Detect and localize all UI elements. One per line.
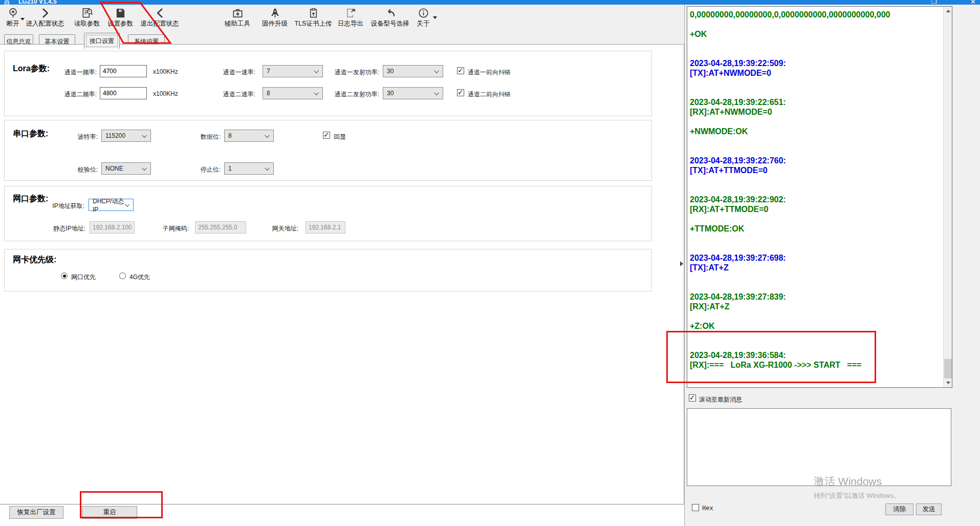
arrow-up-icon [946, 10, 950, 12]
clear-button[interactable]: 清除 [885, 503, 913, 515]
log-line [690, 88, 941, 97]
scroll-down-button[interactable] [944, 378, 952, 387]
ch2-rate-label: 通道二速率: [173, 90, 255, 99]
send-button[interactable]: 发送 [916, 503, 942, 515]
baud-select[interactable]: 115200 [101, 130, 151, 142]
log-line: [RX]:AT+TTMODE=0 [690, 204, 941, 214]
factory-reset-button[interactable]: 恢复出厂设置 [9, 506, 63, 519]
about-icon [418, 7, 429, 19]
scroll-up-button[interactable] [944, 7, 952, 15]
about-button[interactable]: 关于 [415, 6, 432, 29]
log-line [690, 234, 941, 243]
ch1-power-label: 通道一发射功率: [281, 68, 379, 77]
log-line: [TX]:AT+NWMODE=0 [690, 68, 941, 78]
chevron-down-icon [265, 133, 270, 138]
send-label: 发送 [923, 505, 935, 514]
log-export-button[interactable]: 日志导出 [336, 6, 365, 29]
log-line [690, 331, 941, 341]
ch2-power-label: 通道二发射功率: [281, 90, 379, 99]
tls-cert-upload-button[interactable]: TLS证书上传 [293, 6, 334, 29]
4g-priority-radio[interactable] [119, 272, 126, 279]
ip-mode-select[interactable]: DHCP/动态IP [89, 199, 134, 211]
panel-splitter-arrow[interactable] [680, 261, 683, 266]
toolbar-item-label: 固件升级 [262, 19, 288, 28]
log-line: 2023-04-28,19:39:22:760: [690, 156, 941, 165]
ch1-rate-value: 7 [267, 68, 270, 75]
log-scrollbar[interactable] [943, 7, 952, 387]
log-line [690, 146, 941, 156]
scrollbar-thumb[interactable] [944, 359, 952, 381]
enter-config-button[interactable]: 进入配置状态 [27, 6, 63, 29]
echo-label: 回显 [334, 133, 346, 141]
gateway-input [306, 221, 345, 234]
scroll-latest-label: 滚动至最新消息 [699, 395, 742, 404]
reboot-button[interactable]: 重启 [82, 506, 137, 519]
disconnect-icon [7, 7, 19, 19]
scroll-latest-checkbox[interactable] [689, 394, 696, 402]
log-line: 2023-04-28,19:39:22:902: [690, 195, 941, 204]
tab-interface-settings[interactable]: 接口设置 [84, 33, 120, 49]
ch1-freq-input[interactable] [100, 65, 147, 77]
exit-config-button[interactable]: 退出配置状态 [138, 6, 181, 29]
ch1-power-select[interactable]: 30 [383, 65, 443, 77]
interface-settings-pane: Lora参数: 通道一频率: x100KHz 通道一速率: 7 通道一发射功率:… [0, 44, 684, 504]
log-line [690, 175, 941, 185]
log-line [690, 117, 941, 127]
network-params-group: 网口参数: IP地址获取: DHCP/动态IP 静态IP地址: 子网掩码: 网关… [4, 186, 652, 241]
save-params-icon [115, 7, 126, 19]
parity-label: 校验位: [47, 165, 98, 174]
log-line: +TTMODE:OK [690, 224, 941, 234]
hex-checkbox[interactable] [692, 504, 699, 511]
log-export-icon [345, 7, 357, 19]
firmware-upgrade-button[interactable]: 固件升级 [259, 6, 291, 29]
settings-tabs: 信息总览 基本设置 接口设置 系统设置 [0, 29, 684, 45]
set-params-button[interactable]: 设置参数 [105, 6, 136, 29]
dropdown-caret-icon[interactable] [20, 18, 25, 20]
log-line: +OK [690, 29, 941, 39]
exit-config-icon [154, 7, 166, 19]
dropdown-caret-icon[interactable] [433, 16, 437, 19]
aux-tools-button[interactable]: 辅助工具 [223, 6, 252, 29]
settings-panel: 断开 进入配置状态 读取参数 设置参数 [0, 5, 684, 526]
chevron-down-icon [142, 133, 147, 138]
device-model-select-button[interactable]: 设备型号选择 [368, 6, 411, 29]
log-line: 2023-04-28,19:39:27:698: [690, 253, 941, 263]
ch2-fec-checkbox[interactable] [457, 89, 464, 96]
echo-checkbox[interactable] [323, 132, 330, 139]
watermark-line2: 转到“设置”以激活 Windows。 [814, 491, 900, 500]
log-line: [RX]:AT+NWMODE=0 [690, 107, 941, 117]
subnet-mask-input [195, 221, 246, 234]
close-window-button[interactable]: ✕ [970, 0, 976, 5]
log-line [690, 311, 941, 321]
log-line: 2023-04-28,19:39:36:584: [690, 350, 941, 360]
log-line: 2023-04-28,19:39:27:839: [690, 292, 941, 302]
title-bar: LG210 V1.4.5 ❐ ✕ [0, 0, 980, 5]
hex-label: Hex [702, 505, 713, 512]
ch2-freq-input[interactable] [100, 87, 147, 99]
subnet-mask-label: 子网掩码: [150, 224, 189, 233]
baud-label: 波特率: [47, 133, 98, 141]
baud-value: 115200 [105, 132, 125, 139]
firmware-rocket-icon [269, 7, 281, 19]
toolbar-item-label: 辅助工具 [225, 19, 250, 28]
ch1-fec-checkbox[interactable] [457, 67, 464, 74]
chevron-down-icon [265, 165, 270, 171]
restore-window-button[interactable]: ❐ [931, 0, 937, 5]
stopbits-select[interactable]: 1 [224, 162, 274, 175]
log-panel: 0,00000000,00000000,0,0000000000,0000000… [684, 5, 980, 526]
parity-select[interactable]: NONE [101, 162, 151, 175]
read-params-button[interactable]: 读取参数 [72, 6, 102, 29]
toolbar-item-label: 断开 [7, 19, 19, 28]
ch1-power-value: 30 [387, 68, 394, 75]
toolbar-item-label: 设置参数 [107, 19, 133, 28]
toolbar-item-label: 进入配置状态 [26, 19, 64, 28]
ip-mode-label: IP地址获取: [31, 202, 84, 211]
log-output[interactable]: 0,00000000,00000000,0,0000000000,0000000… [687, 6, 952, 388]
ethernet-priority-radio[interactable] [61, 272, 68, 279]
ch2-power-select[interactable]: 30 [383, 87, 443, 99]
toolbar-item-label: 退出配置状态 [141, 19, 179, 28]
ch1-fec-label: 通道一前向纠错 [468, 68, 511, 77]
databits-select[interactable]: 8 [224, 130, 274, 142]
send-input-area[interactable] [687, 408, 951, 486]
log-line [690, 214, 941, 224]
